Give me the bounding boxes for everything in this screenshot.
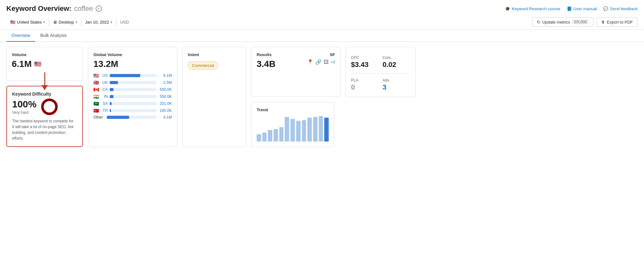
trend-bar (313, 117, 318, 142)
send-feedback-link[interactable]: 💬 Send feedback (603, 6, 638, 11)
metrics-count-badge: 0/5,000 (572, 19, 589, 25)
country-bar-container (110, 102, 157, 105)
country-bar-fill (110, 81, 118, 84)
kd-value: 100% (12, 99, 37, 110)
trend-bar (319, 116, 323, 142)
volume-value-row: 6.1M 🇺🇸 (12, 59, 77, 69)
country-bar-container (110, 95, 157, 98)
trend-bar (290, 119, 295, 142)
country-chevron-icon: ▾ (43, 20, 45, 24)
kd-subtitle: Very hard (12, 110, 37, 115)
country-flag-icon: 🇨🇦 (93, 87, 99, 92)
trend-bar (274, 129, 278, 142)
sf-plus: +3 (331, 60, 335, 64)
trend-card: Trend (251, 102, 334, 147)
country-code: TR (101, 108, 108, 113)
pla-value: 0 (351, 83, 379, 91)
trend-bar (302, 120, 306, 142)
country-bar-fill (110, 74, 140, 77)
location-icon: 📍 (307, 59, 313, 65)
com-metric: Com. 0.02 (383, 55, 410, 69)
com-value: 0.02 (383, 61, 410, 69)
export-pdf-button[interactable]: ⬆ Export to PDF (596, 17, 638, 27)
filter-bar: 🇺🇸 United States ▾ 🖥 Desktop ▾ Jan 10, 2… (6, 18, 133, 26)
country-row: 🇸🇦 SA 201.0K (93, 101, 172, 106)
kd-value-row: 100% Very hard (12, 98, 77, 115)
date-filter[interactable]: Jan 10, 2022 ▾ (81, 18, 116, 26)
country-row: 🇹🇷 TR 165.0K (93, 108, 172, 113)
country-flag-icon: 🇮🇳 (93, 94, 99, 99)
trend-bar (285, 117, 289, 142)
com-label: Com. (383, 55, 410, 60)
metrics-card: CPC $3.43 Com. 0.02 PLA 0 Ads 3 (346, 47, 416, 97)
country-bar-container (110, 81, 157, 84)
tab-bulk-analysis[interactable]: Bulk Analysis (35, 30, 71, 42)
country-bar-container (110, 109, 157, 112)
tabs-bar: Overview Bulk Analysis (0, 30, 644, 42)
sf-icons: 📍 🔗 🖼 +3 (307, 59, 335, 65)
ads-metric: Ads 3 (383, 78, 410, 91)
country-flag-icon: 🇬🇧 (93, 80, 99, 85)
trend-bar (324, 118, 329, 142)
other-country-row: Other 4.1M (93, 115, 172, 120)
country-bar-container (110, 74, 157, 77)
other-bar-container (107, 116, 157, 119)
action-buttons: ↻ Update metrics 0/5,000 ⬆ Export to PDF (532, 17, 638, 27)
add-keyword-button[interactable]: + (96, 5, 102, 12)
trend-bar (296, 121, 301, 142)
keyword-course-link[interactable]: 🎓 Keyword Research course (505, 6, 560, 11)
left-column: Volume 6.1M 🇺🇸 Keyword Difficulty 100% V… (6, 47, 83, 147)
country-flag-icon: 🇺🇸 (93, 73, 99, 78)
country-value: 1.5M (158, 80, 172, 85)
link-icon: 🔗 (315, 59, 322, 65)
metrics-grid: CPC $3.43 Com. 0.02 PLA 0 Ads 3 (351, 55, 410, 91)
intent-badge: Commercial (188, 62, 218, 69)
top-header: Keyword Overview: coffee + 🎓 Keyword Res… (0, 0, 644, 15)
country-code: SA (101, 101, 108, 106)
global-volume-value: 13.2M (93, 59, 172, 69)
book-icon: 📘 (567, 6, 572, 11)
export-icon: ⬆ (601, 20, 605, 25)
trend-bar (268, 130, 272, 142)
country-filter[interactable]: 🇺🇸 United States ▾ (6, 18, 49, 26)
country-bar-fill (110, 109, 111, 112)
volume-value: 6.1M (12, 59, 32, 69)
us-flag-volume-icon: 🇺🇸 (34, 61, 41, 68)
country-bar-container (110, 88, 157, 91)
country-value: 6.1M (158, 73, 172, 78)
trend-bar (307, 118, 312, 142)
country-bar-fill (110, 95, 113, 98)
image-icon: 🖼 (324, 59, 329, 65)
country-row: 🇮🇳 IN 550.0K (93, 94, 172, 99)
title-area: Keyword Overview: coffee + (6, 4, 102, 13)
kd-label: Keyword Difficulty (12, 91, 77, 97)
country-row: 🇺🇸 US 6.1M (93, 73, 172, 78)
trend-bar (262, 133, 267, 142)
tab-overview[interactable]: Overview (6, 30, 35, 42)
results-value: 3.4B (257, 59, 275, 69)
other-bar-fill (107, 116, 129, 119)
kd-description: The hardest keyword to compete for. It w… (12, 118, 77, 141)
global-volume-card: Global Volume 13.2M 🇺🇸 US 6.1M 🇬🇧 UK 1.5… (88, 47, 177, 147)
cpc-value: $3.43 (351, 61, 379, 69)
page-title-query: coffee (74, 4, 93, 13)
update-metrics-button[interactable]: ↻ Update metrics 0/5,000 (532, 17, 593, 27)
device-filter[interactable]: 🖥 Desktop ▾ (49, 18, 81, 26)
metrics-divider (351, 73, 410, 74)
page-title-static: Keyword Overview: (6, 4, 71, 13)
country-flag-icon: 🇹🇷 (93, 108, 99, 113)
country-code: CA (101, 87, 108, 92)
date-chevron-icon: ▾ (111, 20, 112, 24)
results-card: Results 3.4B SF 📍 🔗 🖼 +3 (251, 47, 340, 97)
intent-label: Intent (188, 52, 241, 57)
trend-bar (279, 127, 284, 142)
sf-label: SF (307, 52, 335, 57)
volume-card: Volume 6.1M 🇺🇸 (6, 47, 83, 81)
trend-chart (257, 116, 329, 142)
cpc-metric: CPC $3.43 (351, 55, 379, 69)
sub-header: 🇺🇸 United States ▾ 🖥 Desktop ▾ Jan 10, 2… (0, 15, 644, 30)
cpc-label: CPC (351, 55, 379, 60)
top-links: 🎓 Keyword Research course 📘 User manual … (505, 6, 638, 11)
user-manual-link[interactable]: 📘 User manual (567, 6, 597, 11)
ads-label: Ads (383, 78, 410, 83)
